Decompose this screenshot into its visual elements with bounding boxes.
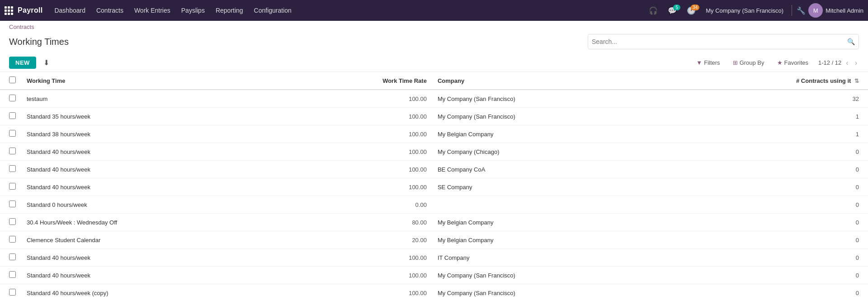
page-header: Working Times 🔍 <box>0 30 868 54</box>
app-name[interactable]: Payroll <box>18 6 42 14</box>
working-time-link[interactable]: Standard 40 hours/week <box>27 148 90 155</box>
table-row: Standard 38 hours/week 100.00 My Belgian… <box>0 125 868 143</box>
col-label-contracts: # Contracts using it <box>796 77 851 84</box>
working-time-link[interactable]: 30.4 Hours/Week : Wednesday Off <box>27 219 117 226</box>
row-checkbox[interactable] <box>9 236 16 243</box>
working-time-link[interactable]: Standard 40 hours/week <box>27 166 90 173</box>
cell-contracts: 0 <box>665 267 868 284</box>
table-row: testaum 100.00 My Company (San Francisco… <box>0 90 868 108</box>
nav-contracts[interactable]: Contracts <box>91 0 129 21</box>
nav-configuration[interactable]: Configuration <box>249 0 297 21</box>
download-button[interactable]: ⬇ <box>40 57 53 69</box>
col-label-company: Company <box>438 77 464 84</box>
pagination-next[interactable]: › <box>853 58 859 68</box>
working-time-link[interactable]: Standard 38 hours/week <box>27 131 90 138</box>
headset-icon: 🎧 <box>649 6 658 15</box>
chat-badge: 5 <box>673 5 680 10</box>
cell-company: My Belgian Company <box>432 231 665 249</box>
favorites-button[interactable]: ★ Favorites <box>774 57 811 68</box>
table-row: Standard 40 hours/week (copy) 100.00 My … <box>0 284 868 301</box>
col-header-working-time: Working Time <box>21 72 288 90</box>
pagination-prev[interactable]: ‹ <box>844 58 850 68</box>
breadcrumb-contracts[interactable]: Contracts <box>9 24 34 30</box>
row-checkbox-cell <box>0 231 21 249</box>
company-name[interactable]: My Company (San Francisco) <box>702 7 787 14</box>
star-icon: ★ <box>777 59 783 66</box>
row-checkbox[interactable] <box>9 183 16 190</box>
cell-working-time: Standard 0 hours/week <box>21 196 288 214</box>
cell-contracts: 0 <box>665 284 868 301</box>
nav-payslips[interactable]: Payslips <box>176 0 210 21</box>
search-input[interactable] <box>592 38 847 45</box>
user-name[interactable]: Mitchell Admin <box>826 7 863 14</box>
nav-separator <box>792 5 792 16</box>
chat-icon-btn[interactable]: 💬 5 <box>664 5 680 17</box>
row-checkbox[interactable] <box>9 271 16 278</box>
row-checkbox[interactable] <box>9 95 16 101</box>
row-checkbox[interactable] <box>9 201 16 207</box>
filters-button[interactable]: ▼ Filters <box>693 57 722 68</box>
pagination-text: 1-12 / 12 <box>818 59 841 66</box>
cell-company: My Company (Chicago) <box>432 143 665 161</box>
row-checkbox[interactable] <box>9 253 16 260</box>
working-time-link[interactable]: Standard 40 hours/week <box>27 272 90 279</box>
cell-rate: 100.00 <box>288 178 432 196</box>
row-checkbox[interactable] <box>9 218 16 225</box>
apps-menu-button[interactable] <box>5 6 13 15</box>
activity-icon-btn[interactable]: 🕐 34 <box>683 5 699 17</box>
table-header: Working Time Work Time Rate Company # Co… <box>0 72 868 90</box>
cell-company: IT Company <box>432 249 665 267</box>
cell-rate: 100.00 <box>288 161 432 178</box>
cell-working-time: Standard 40 hours/week <box>21 249 288 267</box>
row-checkbox[interactable] <box>9 165 16 172</box>
cell-rate: 0.00 <box>288 196 432 214</box>
cell-rate: 100.00 <box>288 267 432 284</box>
working-time-link[interactable]: Standard 35 hours/week <box>27 113 90 120</box>
avatar-initials: M <box>813 7 818 14</box>
row-checkbox[interactable] <box>9 289 16 296</box>
topnav: Payroll Dashboard Contracts Work Entries… <box>0 0 868 21</box>
cell-working-time: Standard 38 hours/week <box>21 125 288 143</box>
cell-contracts: 1 <box>665 125 868 143</box>
row-checkbox[interactable] <box>9 130 16 137</box>
row-checkbox[interactable] <box>9 148 16 154</box>
working-time-link[interactable]: Standard 40 hours/week <box>27 254 90 261</box>
new-button[interactable]: NEW <box>9 57 36 69</box>
nav-reporting[interactable]: Reporting <box>210 0 249 21</box>
nav-work-entries[interactable]: Work Entries <box>129 0 176 21</box>
table-row: Standard 40 hours/week 100.00 My Company… <box>0 267 868 284</box>
working-time-link[interactable]: Standard 40 hours/week <box>27 184 90 191</box>
group-by-button[interactable]: ⊞ Group By <box>730 57 767 68</box>
cell-contracts: 32 <box>665 90 868 108</box>
row-checkbox-cell <box>0 125 21 143</box>
table-row: Standard 40 hours/week 100.00 SE Company… <box>0 178 868 196</box>
cell-rate: 20.00 <box>288 231 432 249</box>
table-row: Standard 35 hours/week 100.00 My Company… <box>0 108 868 125</box>
filter-icon: ▼ <box>696 59 702 66</box>
col-adjust-icon[interactable]: ⇅ <box>854 78 859 84</box>
activity-badge: 34 <box>691 5 699 10</box>
group-by-icon: ⊞ <box>733 59 738 66</box>
nav-dashboard[interactable]: Dashboard <box>49 0 91 21</box>
row-checkbox-cell <box>0 249 21 267</box>
row-checkbox-cell <box>0 214 21 231</box>
col-header-company: Company <box>432 72 665 90</box>
cell-rate: 80.00 <box>288 214 432 231</box>
select-all-checkbox[interactable] <box>9 76 16 83</box>
working-time-link[interactable]: Standard 40 hours/week (copy) <box>27 290 108 296</box>
wrench-icon[interactable]: 🔧 <box>797 6 806 15</box>
support-icon-btn[interactable]: 🎧 <box>645 5 661 17</box>
working-time-link[interactable]: Standard 0 hours/week <box>27 201 87 208</box>
working-time-link[interactable]: Clemence Student Calendar <box>27 237 100 244</box>
table-row: Standard 40 hours/week 100.00 My Company… <box>0 143 868 161</box>
row-checkbox[interactable] <box>9 112 16 119</box>
cell-rate: 100.00 <box>288 108 432 125</box>
toolbar-right: ▼ Filters ⊞ Group By ★ Favorites 1-12 / … <box>693 57 859 68</box>
cell-working-time: 30.4 Hours/Week : Wednesday Off <box>21 214 288 231</box>
search-icon[interactable]: 🔍 <box>847 38 855 45</box>
table-row: Standard 0 hours/week 0.00 0 <box>0 196 868 214</box>
working-time-link[interactable]: testaum <box>27 96 47 102</box>
avatar[interactable]: M <box>808 3 823 18</box>
cell-company: My Company (San Francisco) <box>432 108 665 125</box>
row-checkbox-cell <box>0 284 21 301</box>
